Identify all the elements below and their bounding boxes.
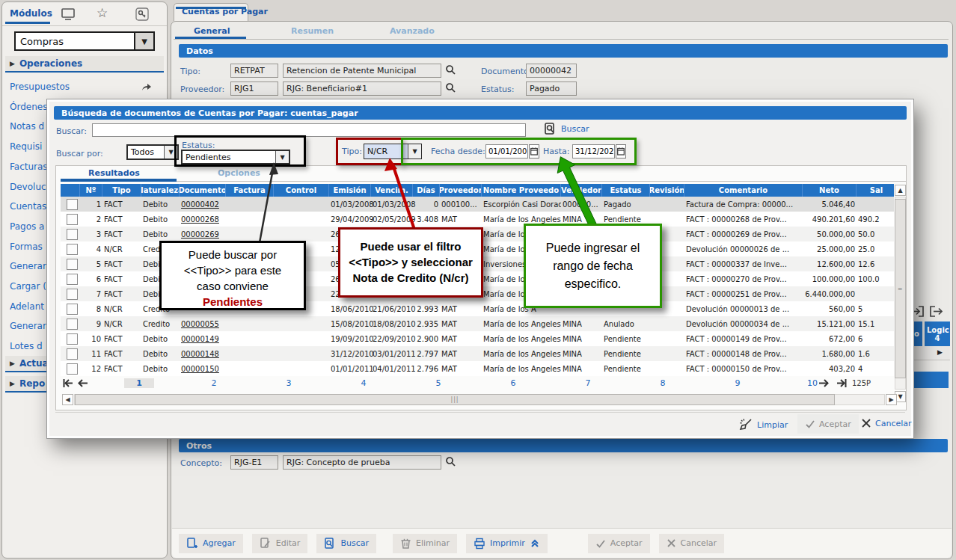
column-header-prov[interactable]: Proveedor: [440, 184, 482, 197]
documento-link[interactable]: 00000402: [181, 200, 219, 209]
star-icon[interactable]: ☆: [96, 5, 111, 19]
search-input[interactable]: [92, 123, 526, 137]
proveedor-desc-field[interactable]: RJG: Beneficiario#1: [283, 81, 441, 96]
concepto-desc-field[interactable]: RJG: Concepto de prueba: [283, 455, 441, 470]
search-icon[interactable]: [445, 82, 456, 93]
concepto-code-field[interactable]: RJG-E1: [230, 455, 278, 470]
buscar-button[interactable]: Buscar: [316, 534, 376, 553]
page-number-2[interactable]: 2: [199, 378, 229, 388]
play-icon[interactable]: ▶: [937, 348, 943, 356]
column-header-tipo[interactable]: Tipo: [102, 184, 141, 197]
row-checkbox[interactable]: [67, 274, 78, 285]
column-header-venc[interactable]: Vencim.: [371, 184, 413, 197]
page-number-7[interactable]: 7: [573, 378, 603, 388]
column-header-rev[interactable]: Revisión: [650, 184, 684, 197]
page-number-9[interactable]: 9: [723, 378, 753, 388]
row-checkbox[interactable]: [67, 348, 78, 360]
row-checkbox[interactable]: [67, 244, 78, 255]
column-header-dias[interactable]: Días: [413, 184, 440, 197]
table-row[interactable]: 2FACTDebito0000026829/04/200902/05/20093…: [61, 212, 894, 227]
column-header-nat[interactable]: Naturaleza: [141, 184, 180, 197]
documento-field[interactable]: 00000042: [526, 64, 577, 78]
tab-avanzado[interactable]: Avanzado: [390, 26, 435, 36]
table-row[interactable]: 10FACTDebito0000014919/09/201022/09/2010…: [61, 331, 894, 346]
documento-link[interactable]: 00000149: [181, 335, 219, 343]
proveedor-code-field[interactable]: RJG1: [230, 81, 278, 96]
horizontal-scrollbar-thumb[interactable]: |||: [75, 394, 835, 405]
sidebar-tab-modulos[interactable]: Módulos: [10, 8, 52, 19]
row-checkbox[interactable]: [67, 259, 78, 270]
scroll-right-button[interactable]: ▶: [886, 394, 897, 405]
documento-link[interactable]: 00000150: [181, 365, 219, 373]
buscar-por-select[interactable]: Todos▼: [126, 144, 179, 160]
table-row[interactable]: 12FACTDebito0000015001/01/201104/01/2011…: [61, 361, 894, 376]
column-header-vend[interactable]: Vendedor: [561, 184, 602, 197]
page-number-5[interactable]: 5: [423, 378, 453, 388]
documento-link[interactable]: 00000269: [181, 230, 219, 239]
column-header-neto[interactable]: Neto: [803, 184, 857, 197]
column-header-n[interactable]: Nº: [80, 184, 102, 197]
key-icon[interactable]: [135, 7, 150, 21]
column-header-fac[interactable]: Factura: [226, 184, 274, 197]
dialog-search-button[interactable]: Buscar: [545, 122, 589, 135]
table-row[interactable]: 9N/CRCredito0000005515/08/201018/08/2010…: [61, 316, 894, 331]
row-checkbox[interactable]: [67, 229, 78, 240]
module-select[interactable]: Compras ▼: [14, 31, 155, 51]
jump-arrow-icon[interactable]: [141, 82, 152, 92]
first-page-icon[interactable]: [62, 378, 74, 389]
search-icon[interactable]: [445, 64, 456, 76]
page-number-1[interactable]: 1: [124, 378, 154, 388]
limpiar-button[interactable]: Limpiar: [739, 418, 788, 431]
search-icon[interactable]: [445, 456, 456, 467]
documento-link[interactable]: 00000268: [181, 215, 219, 224]
tipo-code-field[interactable]: RETPAT: [230, 64, 278, 78]
row-checkbox[interactable]: [67, 289, 78, 300]
scroll-up-button[interactable]: ▲: [895, 185, 906, 196]
row-checkbox[interactable]: [67, 214, 78, 225]
page-number-6[interactable]: 6: [498, 378, 528, 388]
monitor-icon[interactable]: [61, 7, 76, 21]
dialog-aceptar-button[interactable]: Aceptar: [797, 414, 859, 434]
column-header-saldo[interactable]: Sal: [857, 184, 894, 197]
cancelar-button[interactable]: Cancelar: [659, 534, 725, 553]
export-icon[interactable]: [929, 305, 943, 318]
scroll-left-button[interactable]: ◀: [62, 394, 73, 405]
agregar-button[interactable]: Agregar: [179, 534, 243, 553]
window-tab-cuentas-por-pagar[interactable]: Cuentas por Pagar: [174, 3, 248, 21]
row-checkbox[interactable]: [67, 199, 78, 210]
table-row[interactable]: 1FACTDebito0000040201/03/200801/03/20080…: [61, 197, 894, 212]
column-header-cb[interactable]: [61, 184, 80, 197]
column-header-nom[interactable]: Nombre Proveedo: [482, 184, 561, 197]
documento-link[interactable]: 00000148: [181, 350, 219, 358]
page-number-4[interactable]: 4: [349, 378, 379, 388]
column-header-emi[interactable]: Emisión: [329, 184, 371, 197]
column-header-ctl[interactable]: Control: [274, 184, 329, 197]
row-checkbox[interactable]: [67, 319, 78, 330]
last-page-icon[interactable]: [836, 378, 848, 389]
dialog-cancelar-button[interactable]: Cancelar: [861, 418, 912, 428]
tab-resumen[interactable]: Resumen: [291, 26, 334, 36]
row-checkbox[interactable]: [67, 333, 78, 345]
imprimir-button[interactable]: Imprimir: [466, 534, 548, 553]
tab-opciones[interactable]: Opciones: [218, 168, 260, 178]
column-header-est[interactable]: Estatus: [602, 184, 650, 197]
documento-link[interactable]: 00000055: [181, 320, 219, 328]
tab-general[interactable]: General: [194, 26, 230, 36]
column-header-com[interactable]: Comentario: [684, 184, 803, 197]
page-number-8[interactable]: 8: [648, 378, 678, 388]
row-checkbox[interactable]: [67, 363, 78, 375]
aceptar-button[interactable]: Aceptar: [588, 534, 650, 553]
sidebar-section-operaciones[interactable]: ▶Operaciones: [5, 56, 164, 73]
estatus-field[interactable]: Pagado: [526, 81, 577, 96]
page-number-3[interactable]: 3: [274, 378, 304, 388]
tab-resultados[interactable]: Resultados: [88, 168, 140, 178]
next-page-icon[interactable]: [818, 378, 830, 389]
row-checkbox[interactable]: [67, 304, 78, 315]
eliminar-button[interactable]: Eliminar: [393, 534, 457, 553]
editar-button[interactable]: Editar: [252, 534, 308, 553]
table-row[interactable]: 11FACTDebito0000014831/12/201003/01/2011…: [61, 346, 894, 361]
column-header-doc[interactable]: Documento: [180, 184, 226, 197]
sidebar-item-presupuestos[interactable]: Presupuestos: [10, 79, 162, 94]
prev-page-icon[interactable]: [77, 378, 89, 389]
vertical-scrollbar-thumb[interactable]: ≡: [895, 199, 906, 378]
